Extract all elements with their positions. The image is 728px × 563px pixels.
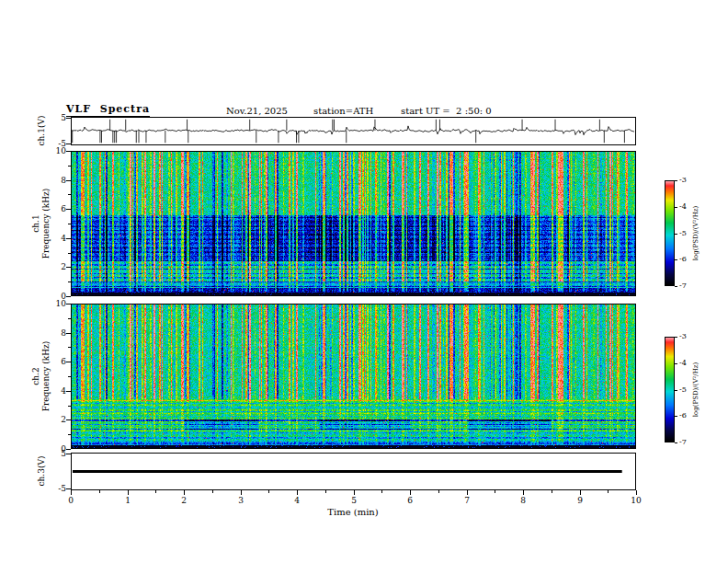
x-axis-tick-label: 9: [571, 496, 589, 505]
x-axis-tick-label: 3: [232, 496, 250, 505]
colorbar-tick-label: -6: [679, 255, 687, 263]
y-axis-tick-label: 4: [51, 234, 66, 243]
tick-mark: [68, 282, 71, 282]
tick-mark: [675, 416, 677, 417]
x-axis-tick-label: 2: [175, 496, 193, 505]
y-axis-tick-label: 2: [51, 415, 66, 424]
tick-mark: [68, 376, 71, 377]
ch3-waveform-panel: [71, 453, 636, 490]
colorbar-tick-label: -7: [679, 282, 687, 290]
ch1-waveform-canvas: [72, 118, 635, 144]
x-axis-label: Time (min): [307, 507, 399, 517]
ch3-waveform-canvas: [72, 454, 635, 489]
tick-mark: [68, 253, 71, 254]
tick-mark: [66, 238, 71, 239]
ch1-spectrogram-panel: [71, 151, 636, 296]
ch1-spectrogram-ylabel: ch.1 Frequency (kHz): [31, 151, 51, 296]
ch1-waveform-ylabel: ch.1(V): [37, 103, 47, 158]
y-axis-tick-label: 6: [51, 357, 66, 366]
colorbar-tick-label: -5: [679, 385, 687, 394]
x-axis-tick-label: 8: [514, 496, 532, 505]
ch2-spectrogram-ylabel: ch.2 Frequency (kHz): [31, 304, 51, 449]
colorbar-1-label: log(PSD)/(V²/Hz): [692, 180, 700, 286]
colorbar-1-canvas: [665, 181, 674, 285]
tick-mark: [410, 490, 411, 495]
tick-mark: [68, 347, 71, 348]
start-ut-label: start UT = 2 :50: 0: [401, 106, 492, 116]
ch1-waveform-panel: [71, 117, 636, 145]
tick-mark: [297, 490, 298, 495]
tick-mark: [675, 442, 677, 443]
x-axis-tick-label: 10: [627, 496, 645, 505]
y-axis-tick-label: 2: [51, 262, 66, 271]
colorbar-tick-label: -6: [679, 411, 687, 419]
tick-mark: [128, 490, 129, 495]
x-axis-tick-label: 6: [401, 496, 419, 505]
tick-mark: [68, 194, 71, 195]
tick-mark: [66, 151, 71, 152]
colorbar-2-canvas: [665, 338, 674, 442]
tick-mark: [66, 209, 71, 210]
tick-mark: [467, 490, 468, 495]
ch1-spectrogram-canvas: [72, 152, 635, 295]
y-axis-tick-label: 6: [51, 204, 66, 213]
tick-mark: [675, 234, 677, 235]
tick-mark: [66, 362, 71, 362]
tick-mark: [523, 490, 524, 495]
tick-mark: [68, 166, 71, 167]
tick-mark: [580, 490, 581, 495]
figure-date: Nov.21, 2025: [226, 106, 288, 116]
ch2-spectrogram-canvas: [72, 304, 635, 448]
tick-mark: [66, 144, 71, 144]
tick-mark: [268, 490, 269, 493]
ch1-spectrogram-ylabel-line2: Frequency (kHz): [41, 151, 51, 296]
tick-mark: [608, 490, 609, 493]
vlf-spectra-figure: VLF Spectra Nov.21, 2025 station=ATH sta…: [0, 0, 728, 563]
tick-mark: [66, 296, 71, 297]
x-axis-tick-label: 0: [62, 496, 80, 505]
ch2-spectrogram-panel: [71, 304, 636, 449]
tick-mark: [68, 406, 71, 407]
tick-mark: [66, 391, 71, 392]
tick-mark: [66, 488, 71, 489]
tick-mark: [552, 490, 552, 493]
ch1-spectrogram-ylabel-line1: ch.1: [31, 151, 41, 296]
tick-mark: [675, 390, 677, 391]
x-axis-tick-label: 7: [458, 496, 476, 505]
tick-mark: [325, 490, 326, 493]
tick-mark: [71, 490, 72, 495]
tick-mark: [675, 286, 677, 287]
tick-mark: [68, 318, 71, 319]
tick-mark: [66, 449, 71, 450]
y-axis-tick-label: 5: [49, 449, 66, 458]
tick-mark: [495, 490, 495, 493]
colorbar-tick-label: -7: [679, 438, 687, 446]
colorbar-tick-label: -3: [679, 176, 687, 184]
y-axis-tick-label: 8: [51, 328, 66, 338]
y-axis-tick-label: -5: [49, 139, 66, 148]
colorbar-2-label: log(PSD)/(V²/Hz): [692, 337, 700, 442]
tick-mark: [66, 333, 71, 334]
ch2-spectrogram-ylabel-line1: ch.2: [31, 304, 41, 449]
tick-mark: [68, 224, 71, 224]
colorbar-tick-label: -4: [679, 202, 687, 211]
colorbar-tick-label: -3: [679, 332, 687, 340]
y-axis-tick-label: 5: [49, 113, 66, 122]
x-axis-tick-label: 5: [345, 496, 363, 505]
colorbar-2: [665, 337, 675, 442]
station-label: station=ATH: [313, 106, 373, 116]
tick-mark: [66, 180, 71, 181]
tick-mark: [675, 207, 677, 208]
tick-mark: [66, 304, 71, 304]
tick-mark: [675, 363, 677, 364]
figure-title: VLF Spectra: [66, 103, 150, 117]
tick-mark: [66, 118, 71, 119]
y-axis-tick-label: 10: [51, 299, 66, 308]
tick-mark: [381, 490, 382, 493]
tick-mark: [66, 267, 71, 268]
x-axis-tick-label: 1: [119, 496, 137, 505]
y-axis-tick-label: 8: [51, 176, 66, 185]
y-axis-tick-label: -5: [49, 484, 66, 493]
tick-mark: [241, 490, 242, 495]
ch2-spectrogram-ylabel-line2: Frequency (kHz): [41, 304, 51, 449]
